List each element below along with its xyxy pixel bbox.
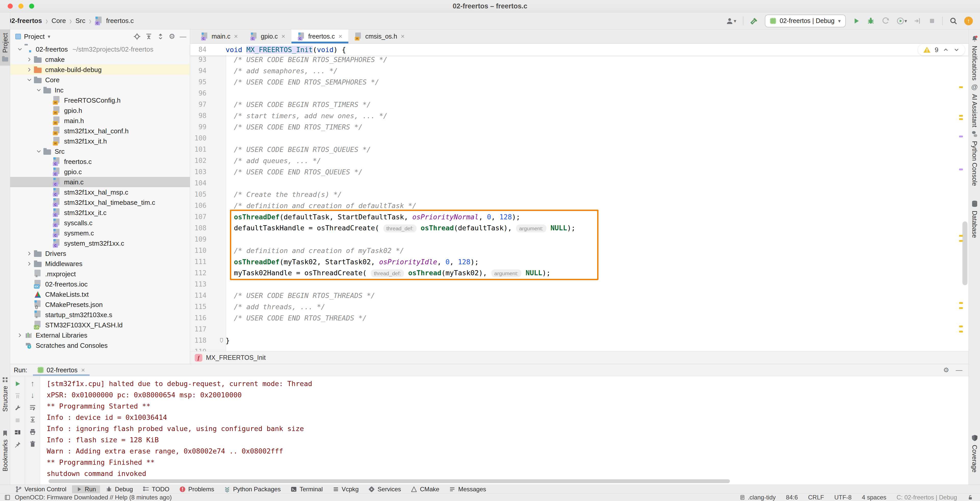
close-icon[interactable]: ×: [282, 32, 285, 40]
status-widget-5[interactable]: C: 02-freertos | Debug: [897, 494, 957, 501]
tree-item-drivers[interactable]: Drivers: [10, 249, 190, 258]
sticky-function-header[interactable]: 84void MX_FREERTOS_Init(void) {: [190, 44, 969, 56]
tree-item-cmake-build-debug[interactable]: cmake-build-debug: [10, 65, 190, 75]
breadcrumb-function-name[interactable]: MX_FREERTOS_Init: [206, 354, 266, 361]
clear-icon[interactable]: [29, 440, 36, 448]
close-icon[interactable]: ×: [81, 366, 85, 374]
code-line-113[interactable]: 113: [190, 279, 969, 290]
code-line-94[interactable]: 94 /* add semaphores, ... */: [190, 65, 969, 77]
tree-item-sysmem-c[interactable]: Csysmem.c: [10, 228, 190, 238]
stop-disabled-icon[interactable]: [14, 417, 21, 424]
warning-stripe-mark[interactable]: [959, 118, 963, 120]
tree-item-freertosconfig-h[interactable]: HFreeRTOSConfig.h: [10, 95, 190, 105]
tree-item-scratches-and-consoles[interactable]: Scratches and Consoles: [10, 340, 190, 351]
tree-item-stm32f1xx-hal-timebase-tim-c[interactable]: Cstm32f1xx_hal_timebase_tim.c: [10, 197, 190, 207]
tool-window-button-version-control[interactable]: Version Control: [11, 485, 70, 493]
coverage-icon[interactable]: ▾: [896, 17, 907, 25]
close-icon[interactable]: ×: [234, 32, 238, 40]
close-icon[interactable]: ×: [339, 32, 342, 40]
prev-warning-icon[interactable]: [942, 46, 949, 53]
tool-window-stripe-project[interactable]: Project: [0, 29, 10, 65]
project-panel-title[interactable]: Project: [24, 33, 45, 41]
code-line-102[interactable]: 102 /* add queues, ... */: [190, 155, 969, 166]
chevron-right-icon[interactable]: [25, 56, 34, 62]
tree-item-inc[interactable]: Inc: [10, 85, 190, 95]
user-icon[interactable]: ▾: [725, 17, 736, 25]
tree-item-02-freertos-ioc[interactable]: IOC02-freertos.ioc: [10, 279, 190, 289]
tree-item-cmakelists-txt[interactable]: CMakeLists.txt: [10, 289, 190, 300]
tool-window-button-messages[interactable]: Messages: [445, 485, 490, 493]
code-line-115[interactable]: 115 /* add threads, ... */: [190, 301, 969, 312]
info-stripe-mark[interactable]: [959, 136, 963, 137]
code-line-118[interactable]: 118}: [190, 335, 969, 346]
tool-window-stripe-notifications[interactable]: Notifications: [969, 35, 980, 80]
tool-window-stripe-database[interactable]: Database: [969, 200, 980, 238]
up-icon[interactable]: ↑: [30, 380, 35, 387]
print-icon[interactable]: [29, 428, 36, 436]
scroll-to-end-icon[interactable]: [29, 416, 36, 423]
breadcrumb-item[interactable]: Core: [52, 17, 66, 25]
status-widget-2[interactable]: CRLF: [808, 494, 824, 501]
attach-to-process-icon[interactable]: [914, 17, 922, 25]
tool-window-button-todo[interactable]: TODO: [138, 485, 173, 493]
minimize-icon[interactable]: —: [956, 367, 963, 373]
tree-item-02-freertos[interactable]: 02-freertos~/stm32projects/02-freertos: [10, 44, 190, 54]
tree-item-main-c[interactable]: Cmain.c: [10, 177, 190, 187]
tree-item-gpio-h[interactable]: Hgpio.h: [10, 105, 190, 116]
chevron-down-icon[interactable]: [34, 148, 43, 155]
breadcrumb-item[interactable]: freertos.c: [106, 17, 134, 25]
warning-stripe-mark[interactable]: [959, 235, 963, 237]
tree-item-middlewares[interactable]: Middlewares: [10, 258, 190, 269]
run-console[interactable]: [stm32f1x.cpu] halted due to debug-reque…: [40, 376, 969, 485]
status-widget-3[interactable]: UTF-8: [834, 494, 852, 501]
console-horizontal-scrollbar[interactable]: [48, 479, 730, 483]
run-icon[interactable]: [853, 17, 860, 25]
tab-cmsis_os-h[interactable]: Hcmsis_os.h×: [348, 29, 410, 43]
down-icon[interactable]: ↓: [30, 392, 35, 399]
restart-icon[interactable]: R: [14, 393, 21, 400]
gear-icon[interactable]: ⚙: [943, 367, 949, 373]
code-line-101[interactable]: 101 /* USER CODE BEGIN RTOS_QUEUES */: [190, 144, 969, 155]
expand-all-icon[interactable]: [145, 33, 152, 40]
info-stripe-mark[interactable]: [959, 169, 963, 170]
tool-window-button-vcpkg[interactable]: Vcpkg: [328, 485, 363, 493]
status-message[interactable]: OpenOCD: Firmware Downloaded // Help (8 …: [15, 494, 172, 501]
status-panel-icon[interactable]: [4, 494, 11, 501]
code-line-103[interactable]: 103 /* USER CODE END RTOS_QUEUES */: [190, 166, 969, 177]
tree-item-external-libraries[interactable]: External Libraries: [10, 330, 190, 340]
tree-item-src[interactable]: Src: [10, 146, 190, 156]
pin-icon[interactable]: [14, 441, 21, 448]
warning-stripe-mark[interactable]: [959, 240, 963, 242]
code-line-99[interactable]: 99 /* USER CODE END RTOS_TIMERS */: [190, 121, 969, 132]
tool-window-button-debug[interactable]: Debug: [102, 485, 137, 493]
tree-item-core[interactable]: Core: [10, 75, 190, 85]
tree-item-gpio-c[interactable]: Cgpio.c: [10, 167, 190, 177]
tree-item-syscalls-c[interactable]: Csyscalls.c: [10, 218, 190, 228]
breadcrumb-item[interactable]: 02-freertos: [8, 17, 42, 25]
code-line-95[interactable]: 95 /* USER CODE END RTOS_SEMAPHORES */: [190, 77, 969, 88]
layout-icon[interactable]: [14, 429, 21, 436]
tool-window-button-problems[interactable]: Problems: [175, 485, 218, 493]
tree-item-stm32f1xx-hal-msp-c[interactable]: Cstm32f1xx_hal_msp.c: [10, 187, 190, 197]
breadcrumb-item[interactable]: Src: [75, 17, 85, 25]
settings-wrench-icon[interactable]: [14, 405, 21, 412]
tree-item-system-stm32f1xx-c[interactable]: Csystem_stm32f1xx.c: [10, 238, 190, 249]
code-line-105[interactable]: 105 /* Create the thread(s) */: [190, 189, 969, 200]
tool-window-stripe-coverage[interactable]: Coverage: [969, 434, 980, 472]
chevron-right-icon[interactable]: [25, 250, 34, 257]
chevron-down-icon[interactable]: ▾: [48, 34, 50, 40]
code-line-98[interactable]: 98 /* start timers, add new ones, ... */: [190, 110, 969, 121]
tool-window-button-python-packages[interactable]: Python Packages: [220, 485, 285, 493]
run-configuration-select[interactable]: 02-freertos | Debug▾: [765, 14, 846, 27]
tool-window-stripe-ai-assistant[interactable]: @AI Assistant: [969, 83, 980, 128]
code-line-114[interactable]: 114 /* USER CODE BEGIN RTOS_THREADS */: [190, 290, 969, 301]
update-available-icon[interactable]: ↑: [964, 17, 973, 25]
debug-icon[interactable]: [867, 17, 875, 25]
warning-stripe-mark[interactable]: [959, 307, 963, 309]
tab-freertos-c[interactable]: Cfreertos.c×: [291, 29, 348, 43]
warning-stripe-mark[interactable]: [959, 86, 963, 88]
close-icon[interactable]: ×: [401, 32, 404, 40]
tree-item-stm32f1xx-it-c[interactable]: Cstm32f1xx_it.c: [10, 207, 190, 218]
settings-icon[interactable]: ⚙: [169, 33, 175, 40]
tool-window-button-terminal[interactable]: Terminal: [286, 485, 327, 493]
